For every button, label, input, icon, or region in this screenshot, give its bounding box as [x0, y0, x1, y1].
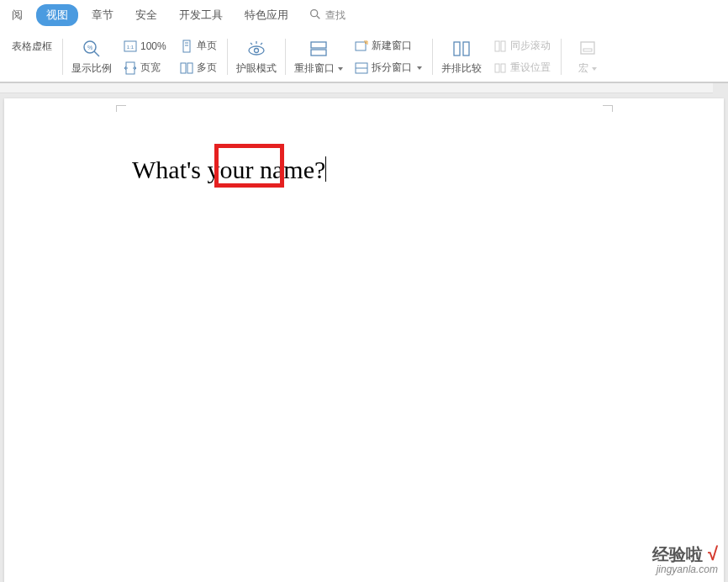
zoom-ratio-label: 显示比例 [71, 61, 112, 76]
svg-point-0 [311, 9, 318, 16]
watermark-url: jingyanla.com [652, 564, 718, 575]
reset-position-button: 重设位置 [490, 59, 554, 77]
menu-item-chapter[interactable]: 章节 [83, 3, 122, 28]
search-icon [309, 8, 322, 24]
text-cursor [325, 156, 326, 182]
menu-item-devtools[interactable]: 开发工具 [171, 3, 231, 28]
macro-button: 宏 [565, 34, 610, 80]
single-page-label: 单页 [197, 39, 217, 53]
new-window-label: 新建窗口 [372, 39, 412, 53]
single-page-button[interactable]: 单页 [177, 37, 220, 56]
sync-scroll-button: 同步滚动 [490, 37, 554, 56]
reset-position-icon [493, 61, 507, 75]
page-width-label: 页宽 [140, 61, 161, 75]
menu-item-view[interactable]: 视图 [36, 4, 78, 26]
check-icon: √ [708, 543, 718, 564]
svg-rect-24 [495, 41, 499, 51]
svg-rect-16 [311, 42, 326, 48]
svg-rect-22 [454, 42, 460, 56]
ribbon: 表格虚框 % 显示比例 1:1 100% 页宽 单页 [0, 30, 728, 82]
sync-scroll-label: 同步滚动 [510, 39, 551, 53]
menu-item-security[interactable]: 安全 [127, 3, 166, 28]
page-width-icon [124, 61, 137, 75]
svg-rect-26 [495, 64, 499, 72]
sync-scroll-icon [493, 40, 507, 53]
page-width-button[interactable]: 页宽 [120, 59, 170, 77]
ratio-icon: 1:1 [124, 40, 137, 53]
svg-rect-17 [311, 50, 326, 56]
reset-position-label: 重设位置 [510, 61, 551, 75]
svg-rect-27 [501, 64, 505, 72]
watermark: 经验啦 √ jingyanla.com [652, 544, 718, 575]
search-label: 查找 [325, 8, 346, 23]
split-window-label: 拆分窗口 [372, 61, 412, 75]
text-before: What's [132, 156, 208, 183]
document-text[interactable]: What's your name? [132, 156, 326, 184]
document-area: What's your name? [0, 83, 728, 582]
rearrange-label: 重排窗口 [294, 61, 335, 76]
multi-page-icon [180, 61, 193, 75]
svg-rect-25 [501, 41, 505, 51]
side-by-side-icon [451, 38, 472, 60]
svg-point-14 [249, 46, 264, 55]
magnifier-icon: % [81, 38, 103, 60]
chevron-down-icon [338, 67, 343, 71]
svg-rect-13 [187, 63, 193, 73]
eye-care-label: 护眼模式 [236, 61, 277, 76]
rearrange-icon [308, 38, 330, 60]
table-frame-label: 表格虚框 [12, 40, 52, 54]
zoom-ratio-button[interactable]: % 显示比例 [66, 34, 117, 80]
new-window-icon [355, 40, 368, 53]
svg-rect-28 [581, 42, 594, 54]
svg-text:%: % [87, 45, 92, 50]
search-box[interactable]: 查找 [309, 8, 346, 24]
margin-marker-right [603, 105, 613, 112]
split-window-icon [355, 61, 368, 75]
menu-bar: 阅 视图 章节 安全 开发工具 特色应用 查找 [0, 0, 728, 30]
zoom-100-label: 100% [140, 40, 166, 52]
new-window-button[interactable]: 新建窗口 [351, 37, 425, 56]
margin-marker-left [116, 105, 126, 112]
chevron-down-icon [417, 66, 422, 70]
macro-icon [577, 38, 599, 60]
document-page[interactable]: What's your name? [4, 98, 724, 582]
svg-rect-23 [463, 42, 469, 56]
multi-page-button[interactable]: 多页 [177, 59, 220, 77]
svg-line-1 [317, 16, 319, 19]
menu-item-special[interactable]: 特色应用 [236, 3, 297, 28]
svg-rect-12 [181, 63, 186, 73]
zoom-100-button[interactable]: 1:1 100% [120, 37, 170, 56]
svg-rect-18 [356, 42, 366, 50]
svg-rect-9 [183, 40, 190, 52]
svg-line-4 [94, 51, 99, 56]
chevron-down-icon [592, 67, 597, 71]
single-page-icon [180, 40, 193, 53]
svg-rect-29 [583, 49, 592, 51]
table-frame-checkbox[interactable]: 表格虚框 [5, 37, 55, 56]
svg-point-15 [254, 49, 258, 53]
menu-item-review[interactable]: 阅 [3, 3, 31, 28]
watermark-brand: 经验啦 [652, 545, 703, 563]
multi-page-label: 多页 [197, 61, 217, 75]
svg-text:1:1: 1:1 [127, 45, 135, 50]
text-after: name? [254, 156, 326, 183]
eye-care-button[interactable]: 护眼模式 [231, 34, 282, 80]
text-highlighted: your [208, 156, 254, 183]
side-by-side-label: 并排比较 [441, 61, 482, 76]
svg-point-19 [365, 42, 367, 44]
eye-icon [245, 38, 267, 60]
side-by-side-button[interactable]: 并排比较 [436, 34, 487, 80]
macro-label: 宏 [578, 61, 588, 76]
rearrange-window-button[interactable]: 重排窗口 [289, 34, 348, 80]
horizontal-ruler [0, 83, 713, 93]
split-window-button[interactable]: 拆分窗口 [351, 59, 425, 77]
